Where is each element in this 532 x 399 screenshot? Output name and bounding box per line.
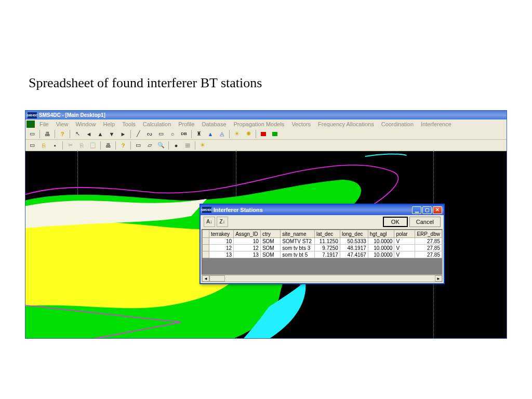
cell-erp-dbw[interactable]: 27.85: [415, 245, 442, 251]
col-rowhdr[interactable]: [203, 230, 209, 238]
col-long-dec[interactable]: long_dec: [340, 230, 368, 238]
cell-polar[interactable]: V: [394, 251, 415, 258]
arrow-left-icon[interactable]: ◄: [84, 129, 94, 139]
cell-polar[interactable]: V: [394, 245, 415, 251]
open-icon[interactable]: ⎘: [38, 141, 49, 150]
menu-file[interactable]: File: [36, 121, 52, 128]
help2-icon[interactable]: ?: [118, 141, 128, 150]
cell-assgn-id[interactable]: 10: [234, 238, 261, 245]
scroll-right-icon[interactable]: ►: [435, 275, 442, 282]
cell-lat-dec[interactable]: 11.1250: [314, 238, 340, 245]
menu-help[interactable]: Help: [100, 121, 119, 128]
cell-terrakey[interactable]: 13: [209, 251, 233, 258]
paste-icon[interactable]: 📋: [88, 141, 98, 150]
box2-icon[interactable]: ▦: [182, 141, 193, 150]
cell-ctry[interactable]: SOM: [260, 238, 280, 245]
cell-polar[interactable]: V: [394, 238, 415, 245]
horizontal-scrollbar[interactable]: ◄ ►: [202, 275, 443, 282]
dot-icon[interactable]: ●: [171, 141, 181, 150]
cell-hgt-agl[interactable]: 10.0000: [368, 251, 394, 258]
col-terrakey[interactable]: terrakey: [209, 230, 233, 238]
copy-icon[interactable]: ⎘: [76, 141, 87, 150]
menu-view[interactable]: View: [52, 121, 72, 128]
maximize-icon[interactable]: ▢: [422, 206, 432, 214]
cell-lat-dec[interactable]: 7.1917: [314, 251, 340, 258]
col-hgt-agl[interactable]: hgt_agl: [368, 230, 394, 238]
row-selector[interactable]: [203, 245, 209, 251]
cell-site-name[interactable]: som tv bt 5: [281, 251, 315, 258]
antenna2-icon[interactable]: ◬: [217, 129, 227, 139]
cut-icon[interactable]: ✂: [65, 141, 75, 150]
cell-site-name[interactable]: SOMTV ST2: [281, 238, 315, 245]
cell-ctry[interactable]: SOM: [260, 251, 280, 258]
arrow-right-icon[interactable]: ►: [118, 129, 128, 139]
menu-coordination[interactable]: Coordination: [378, 121, 417, 128]
menu-calculation[interactable]: Calculation: [139, 121, 175, 128]
cell-assgn-id[interactable]: 12: [234, 245, 261, 251]
zoom-icon[interactable]: 🔍: [156, 141, 166, 150]
db-label-icon[interactable]: DB: [179, 129, 189, 139]
close-icon[interactable]: ✕: [433, 206, 442, 214]
cell-long-dec[interactable]: 50.5333: [340, 238, 368, 245]
help-icon[interactable]: ?: [57, 129, 68, 139]
scroll-thumb[interactable]: [209, 275, 225, 282]
col-site-name[interactable]: site_name: [281, 230, 315, 238]
sun2-icon[interactable]: ✺: [243, 129, 254, 139]
flag-green-icon[interactable]: [270, 129, 280, 139]
rect-icon[interactable]: ▭: [156, 129, 166, 139]
cell-terrakey[interactable]: 12: [209, 245, 233, 251]
table-row[interactable]: 1212SOMsom tv bts 39.725048.191710.0000V…: [203, 245, 442, 251]
table-row[interactable]: 1313SOMsom tv bt 57.191747.416710.0000V2…: [203, 251, 442, 258]
table-row[interactable]: 1010SOMSOMTV ST211.125050.533310.0000V27…: [203, 238, 442, 245]
mark-icon[interactable]: ▱: [144, 141, 155, 150]
cell-terrakey[interactable]: 10: [209, 238, 233, 245]
menu-frequency-allocations[interactable]: Frequency Allocations: [314, 121, 378, 128]
col-erp-dbw[interactable]: ERP_dbw: [415, 230, 442, 238]
cell-ctry[interactable]: SOM: [260, 245, 280, 251]
col-assgn-id[interactable]: Assgn_ID: [234, 230, 261, 238]
cell-erp-dbw[interactable]: 27.85: [415, 251, 442, 258]
new-icon[interactable]: ▭: [27, 129, 37, 139]
data-grid[interactable]: terrakey Assgn_ID ctry site_name lat_dec…: [202, 229, 443, 275]
cell-hgt-agl[interactable]: 10.0000: [368, 238, 394, 245]
minimize-icon[interactable]: ▁: [412, 206, 421, 214]
row-selector[interactable]: [203, 238, 209, 245]
cell-erp-dbw[interactable]: 27.85: [415, 238, 442, 245]
cell-site-name[interactable]: som tv bts 3: [281, 245, 315, 251]
scroll-left-icon[interactable]: ◄: [202, 275, 209, 282]
arrow-down-icon[interactable]: ▼: [107, 129, 117, 139]
antenna1-icon[interactable]: ▲: [205, 129, 216, 139]
pointer-icon[interactable]: ↖: [72, 129, 83, 139]
sun1-icon[interactable]: ☀: [232, 129, 242, 139]
title-bar[interactable]: SMS4DC SMS4DC - [Main Desktop1]: [25, 111, 507, 119]
cell-lat-dec[interactable]: 9.7250: [314, 245, 340, 251]
menu-vectors[interactable]: Vectors: [288, 121, 314, 128]
save-icon[interactable]: ▪: [50, 141, 60, 150]
cancel-button[interactable]: Cancel: [409, 217, 441, 227]
menu-window[interactable]: Window: [72, 121, 99, 128]
sun3-icon[interactable]: ☀: [197, 141, 208, 150]
ok-button[interactable]: OK: [383, 217, 408, 227]
arrow-up-icon[interactable]: ▲: [95, 129, 105, 139]
sort-asc-icon[interactable]: A↓: [204, 217, 215, 227]
circle-icon[interactable]: ○: [167, 129, 178, 139]
dialog-title-bar[interactable]: SMS4DC Interferer Stations ▁ ▢ ✕: [201, 205, 444, 215]
col-polar[interactable]: polar: [394, 230, 415, 238]
frame-icon[interactable]: ▭: [133, 141, 143, 150]
sort-desc-icon[interactable]: Z↓: [217, 217, 228, 227]
cell-assgn-id[interactable]: 13: [234, 251, 261, 258]
menu-tools[interactable]: Tools: [118, 121, 139, 128]
menu-profile[interactable]: Profile: [175, 121, 198, 128]
print2-icon[interactable]: 🖶: [103, 141, 113, 150]
col-lat-dec[interactable]: lat_dec: [314, 230, 340, 238]
cell-hgt-agl[interactable]: 10.0000: [368, 245, 394, 251]
flag-red-icon[interactable]: [258, 129, 269, 139]
line-icon[interactable]: ╱: [133, 129, 143, 139]
tower-icon[interactable]: ♜: [194, 129, 204, 139]
menu-propagation-models[interactable]: Propagation Models: [230, 121, 288, 128]
zigzag-icon[interactable]: ᔓ: [144, 129, 155, 139]
row-selector[interactable]: [203, 251, 209, 258]
cell-long-dec[interactable]: 48.1917: [340, 245, 368, 251]
new2-icon[interactable]: ▭: [27, 141, 37, 150]
print-icon[interactable]: 🖶: [42, 129, 52, 139]
